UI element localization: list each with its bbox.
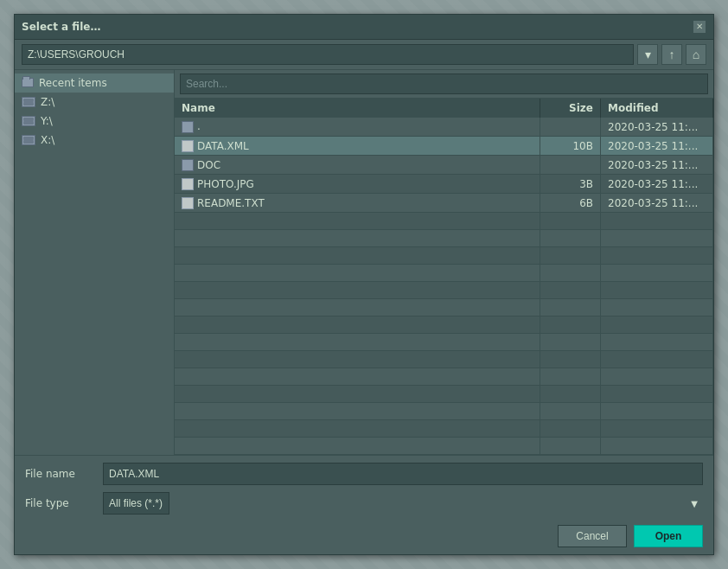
col-header-name[interactable]: Name: [175, 99, 540, 118]
table-row[interactable]: DOC 2020-03-25 11:...: [175, 156, 713, 175]
drive-z-icon: [22, 97, 35, 107]
sidebar-item-z[interactable]: Z:\: [15, 93, 174, 112]
toolbar: ▾ ↑ ⌂: [15, 40, 713, 70]
file-table: Name Size Modified . 2020-03-25 11:... D…: [175, 99, 713, 456]
table-row-empty: [175, 316, 713, 334]
filetype-select[interactable]: All files (*.*): [103, 492, 169, 515]
table-row-empty: [175, 213, 713, 230]
cell-modified: 2020-03-25 11:...: [601, 156, 713, 175]
table-row-empty: [175, 334, 713, 351]
recent-icon: [22, 78, 34, 87]
sidebar-label-z: Z:\: [41, 96, 54, 108]
cell-modified: 2020-03-25 11:...: [601, 194, 713, 213]
folder-icon: [182, 121, 194, 133]
up-button[interactable]: ↑: [661, 44, 682, 65]
home-button[interactable]: ⌂: [686, 44, 706, 65]
close-button[interactable]: ✕: [693, 20, 706, 34]
sidebar-item-y[interactable]: Y:\: [15, 112, 174, 131]
title-bar: Select a file… ✕: [15, 15, 713, 40]
sidebar-label-recent: Recent items: [39, 77, 107, 89]
cell-name: DOC: [175, 156, 540, 175]
cell-size: 3B: [540, 175, 601, 194]
table-row-empty: [175, 299, 713, 316]
cell-size: 10B: [540, 137, 601, 156]
footer-area: File name File type All files (*.*) Canc…: [15, 455, 713, 554]
cell-modified: 2020-03-25 11:...: [601, 118, 713, 137]
open-button[interactable]: Open: [634, 525, 703, 547]
table-row[interactable]: . 2020-03-25 11:...: [175, 118, 713, 137]
file-dialog: Select a file… ✕ ▾ ↑ ⌂ Recent items Z:\ …: [14, 14, 714, 556]
file-icon: [182, 140, 194, 152]
table-row-empty: [175, 386, 713, 403]
table-row-empty: [175, 368, 713, 386]
table-row-empty: [175, 351, 713, 368]
table-row-empty: [175, 282, 713, 299]
sidebar-label-x: X:\: [41, 134, 54, 146]
filetype-row: File type All files (*.*): [25, 492, 703, 515]
search-bar: [175, 70, 713, 99]
filetype-label: File type: [25, 497, 94, 509]
cell-name: .: [175, 118, 540, 137]
cancel-button[interactable]: Cancel: [558, 525, 627, 547]
sidebar-label-y: Y:\: [41, 115, 53, 127]
filetype-select-wrapper: All files (*.*): [103, 492, 703, 515]
table-row[interactable]: DATA.XML 10B 2020-03-25 11:...: [175, 137, 713, 156]
cell-modified: 2020-03-25 11:...: [601, 175, 713, 194]
cell-name: README.TXT: [175, 194, 540, 213]
files-table: Name Size Modified . 2020-03-25 11:... D…: [175, 99, 713, 456]
cell-modified: 2020-03-25 11:...: [601, 137, 713, 156]
file-icon: [182, 178, 194, 190]
col-header-modified[interactable]: Modified: [601, 99, 713, 118]
filename-label: File name: [25, 468, 94, 480]
content-area: Name Size Modified . 2020-03-25 11:... D…: [175, 70, 713, 456]
dropdown-button[interactable]: ▾: [637, 44, 658, 65]
cell-size: [540, 118, 601, 137]
main-area: Recent items Z:\ Y:\ X:\: [15, 70, 713, 456]
table-row-empty: [175, 265, 713, 282]
sidebar: Recent items Z:\ Y:\ X:\: [15, 70, 175, 456]
sidebar-item-recent[interactable]: Recent items: [15, 74, 174, 93]
dialog-title: Select a file…: [22, 21, 100, 33]
drive-x-icon: [22, 135, 35, 145]
table-row-empty: [175, 230, 713, 247]
table-row[interactable]: PHOTO.JPG 3B 2020-03-25 11:...: [175, 175, 713, 194]
cell-name: DATA.XML: [175, 137, 540, 156]
button-row: Cancel Open: [25, 521, 703, 547]
table-row-empty: [175, 247, 713, 265]
cell-size: 6B: [540, 194, 601, 213]
cell-size: [540, 156, 601, 175]
table-row-empty: [175, 438, 713, 455]
file-icon: [182, 197, 194, 209]
filename-input[interactable]: [103, 463, 703, 485]
sidebar-item-x[interactable]: X:\: [15, 131, 174, 150]
table-row-empty: [175, 420, 713, 438]
col-header-size[interactable]: Size: [540, 99, 601, 118]
drive-y-icon: [22, 116, 35, 126]
folder-icon: [182, 159, 194, 171]
filename-row: File name: [25, 463, 703, 485]
path-input[interactable]: [22, 44, 634, 65]
table-row[interactable]: README.TXT 6B 2020-03-25 11:...: [175, 194, 713, 213]
search-input[interactable]: [180, 74, 708, 94]
table-row-empty: [175, 403, 713, 420]
cell-name: PHOTO.JPG: [175, 175, 540, 194]
